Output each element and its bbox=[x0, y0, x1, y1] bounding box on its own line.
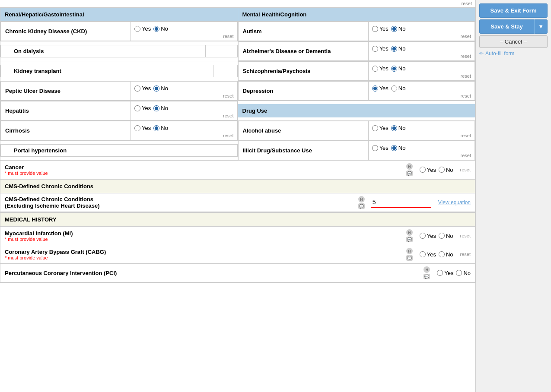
cirrhosis-yes-radio[interactable] bbox=[134, 125, 140, 131]
ckd-reset-link[interactable]: reset bbox=[138, 34, 233, 39]
conditions-table: Renal/Hepatic/Gastointestinal Mental Hea… bbox=[0, 7, 475, 161]
cancer-yes-label[interactable]: Yes bbox=[420, 167, 436, 173]
cancer-no-label[interactable]: No bbox=[439, 167, 453, 173]
alcohol-reset-link[interactable]: reset bbox=[376, 133, 471, 138]
illicit-yes-radio[interactable] bbox=[372, 145, 378, 151]
pci-no-label[interactable]: No bbox=[456, 270, 471, 276]
kidney-transplant-label: Kidney transplant bbox=[1, 65, 213, 77]
illicit-no-radio[interactable] bbox=[391, 145, 397, 151]
cabg-reset-link[interactable]: reset bbox=[460, 252, 471, 257]
depression-no-label[interactable]: No bbox=[391, 85, 406, 92]
pci-h-icon[interactable]: H bbox=[424, 266, 430, 273]
cirrhosis-no-radio[interactable] bbox=[153, 125, 159, 131]
autism-no-label[interactable]: No bbox=[391, 25, 406, 32]
cancel-button[interactable]: – Cancel – bbox=[479, 35, 548, 48]
mi-icon-pair: H 💬 bbox=[406, 229, 413, 242]
illicit-no-label[interactable]: No bbox=[391, 145, 406, 151]
left-section-header: Renal/Hepatic/Gastointestinal bbox=[0, 8, 238, 22]
peptic-yes-label[interactable]: Yes bbox=[134, 85, 151, 92]
alzheimer-reset-link[interactable]: reset bbox=[376, 54, 471, 59]
alzheimer-no-radio[interactable] bbox=[391, 46, 397, 52]
cancer-label: Cancer bbox=[5, 164, 24, 171]
portal-illicit-row: Portal hypertension Illicit Drug/Substan… bbox=[0, 141, 475, 161]
mi-comment-icon[interactable]: 💬 bbox=[406, 237, 413, 242]
alcohol-no-radio[interactable] bbox=[391, 125, 397, 131]
schizo-reset-link[interactable]: reset bbox=[376, 73, 471, 79]
cms-value-input[interactable] bbox=[371, 197, 431, 208]
mi-reset-link[interactable]: reset bbox=[460, 233, 471, 238]
hepatitis-druguse-row: Hepatitis Yes No reset bbox=[0, 101, 475, 121]
depression-no-radio[interactable] bbox=[391, 85, 397, 92]
hepatitis-yes-radio[interactable] bbox=[134, 105, 140, 111]
cirrhosis-no-label[interactable]: No bbox=[153, 125, 168, 131]
cancer-no-radio[interactable] bbox=[439, 167, 445, 173]
hepatitis-yes-label[interactable]: Yes bbox=[134, 105, 151, 111]
pci-comment-icon[interactable]: 💬 bbox=[424, 274, 430, 279]
schizo-no-label[interactable]: No bbox=[391, 65, 406, 72]
depression-yes-radio[interactable] bbox=[372, 85, 378, 92]
peptic-no-label[interactable]: No bbox=[153, 85, 168, 92]
depression-reset-link[interactable]: reset bbox=[376, 93, 471, 98]
cabg-yes-label[interactable]: Yes bbox=[420, 251, 436, 258]
autism-yes-radio[interactable] bbox=[372, 26, 378, 32]
cancer-reset-link[interactable]: reset bbox=[460, 167, 471, 172]
top-reset-link[interactable]: reset bbox=[462, 1, 472, 6]
cms-h-icon[interactable]: H bbox=[358, 196, 365, 202]
top-reset-row: reset bbox=[0, 0, 475, 7]
cabg-no-radio[interactable] bbox=[439, 251, 445, 257]
right-section-header: Mental Health/Cognition bbox=[238, 8, 475, 22]
schizo-yes-label[interactable]: Yes bbox=[372, 65, 389, 72]
schizo-yes-radio[interactable] bbox=[372, 66, 378, 72]
alzheimer-yes-label[interactable]: Yes bbox=[372, 45, 389, 52]
schizo-no-radio[interactable] bbox=[391, 66, 397, 72]
mi-h-icon[interactable]: H bbox=[406, 229, 413, 236]
pci-yes-radio[interactable] bbox=[437, 270, 443, 276]
cabg-yes-radio[interactable] bbox=[420, 251, 426, 257]
portal-radio-cell bbox=[215, 145, 237, 157]
auto-fill-link[interactable]: ✏ Auto-fill form bbox=[479, 50, 548, 57]
alcohol-yes-label[interactable]: Yes bbox=[372, 125, 389, 131]
hepatitis-no-label[interactable]: No bbox=[153, 105, 168, 111]
mi-no-radio[interactable] bbox=[439, 233, 445, 239]
cirrhosis-reset-link[interactable]: reset bbox=[138, 133, 233, 138]
hepatitis-reset-link[interactable]: reset bbox=[138, 113, 233, 118]
cms-view-equation[interactable]: View equation bbox=[438, 199, 471, 205]
alcohol-yes-radio[interactable] bbox=[372, 125, 378, 131]
ckd-label: Chronic Kidney Disease (CKD) bbox=[1, 22, 131, 41]
illicit-reset-link[interactable]: reset bbox=[376, 153, 471, 158]
cancer-h-icon[interactable]: H bbox=[406, 163, 413, 170]
autism-reset-link[interactable]: reset bbox=[376, 34, 471, 39]
peptic-yes-radio[interactable] bbox=[134, 85, 140, 92]
cirrhosis-yes-label[interactable]: Yes bbox=[134, 125, 151, 131]
illicit-yes-label[interactable]: Yes bbox=[372, 145, 389, 151]
pci-no-radio[interactable] bbox=[456, 270, 462, 276]
hepatitis-no-radio[interactable] bbox=[153, 105, 159, 111]
cms-comment-icon[interactable]: 💬 bbox=[358, 203, 365, 209]
cancer-comment-icon[interactable]: 💬 bbox=[406, 171, 413, 176]
ckd-no-radio[interactable] bbox=[153, 26, 159, 32]
mi-yes-radio[interactable] bbox=[420, 233, 426, 239]
cabg-h-icon[interactable]: H bbox=[406, 248, 413, 254]
peptic-reset-link[interactable]: reset bbox=[138, 93, 233, 98]
cabg-comment-icon[interactable]: 💬 bbox=[406, 255, 413, 261]
save-stay-dropdown-button[interactable]: ▼ bbox=[534, 19, 548, 34]
save-exit-button[interactable]: Save & Exit Form bbox=[479, 3, 548, 18]
mi-yes-label[interactable]: Yes bbox=[420, 233, 436, 239]
mi-no-label[interactable]: No bbox=[439, 233, 453, 239]
save-stay-button[interactable]: Save & Stay bbox=[479, 19, 534, 34]
peptic-depression-row: Peptic Ulcer Disease Yes No reset bbox=[0, 81, 475, 101]
alzheimer-no-label[interactable]: No bbox=[391, 45, 406, 52]
ckd-yes-label[interactable]: Yes bbox=[134, 25, 151, 32]
cancer-yes-radio[interactable] bbox=[420, 167, 426, 173]
autism-no-radio[interactable] bbox=[391, 26, 397, 32]
peptic-radio-cell: Yes No reset bbox=[131, 82, 237, 101]
pci-yes-label[interactable]: Yes bbox=[437, 270, 453, 276]
alcohol-no-label[interactable]: No bbox=[391, 125, 406, 131]
cabg-no-label[interactable]: No bbox=[439, 251, 453, 258]
ckd-yes-radio[interactable] bbox=[134, 26, 140, 32]
autism-yes-label[interactable]: Yes bbox=[372, 25, 389, 32]
depression-yes-label[interactable]: Yes bbox=[372, 85, 389, 92]
peptic-no-radio[interactable] bbox=[153, 85, 159, 92]
alzheimer-yes-radio[interactable] bbox=[372, 46, 378, 52]
ckd-no-label[interactable]: No bbox=[153, 25, 168, 32]
